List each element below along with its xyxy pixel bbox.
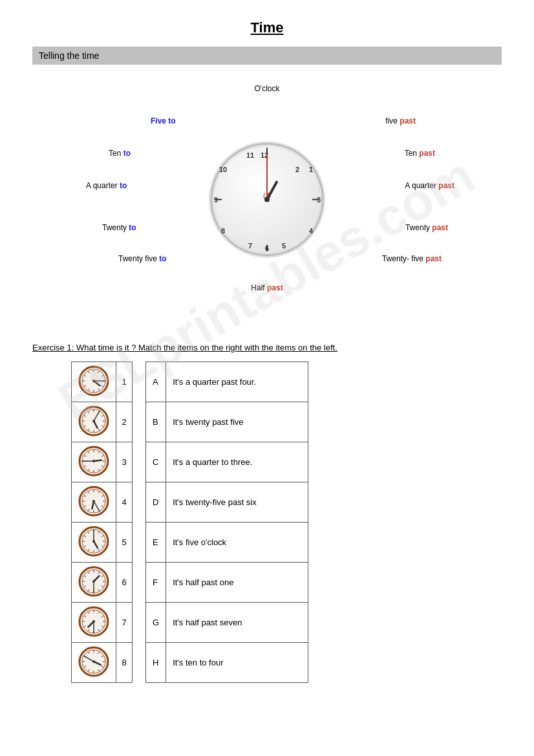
label-twenty-five-past: Twenty- five past: [382, 254, 442, 263]
label-quarter-to: A quarter to: [86, 181, 127, 190]
section-header: Telling the time: [32, 47, 502, 65]
svg-point-39: [92, 380, 95, 382]
answer-letter-G: G: [146, 603, 166, 643]
clock-cell-5: [72, 523, 116, 563]
answer-text-G: It's half past seven: [166, 603, 308, 643]
answer-letter-F: F: [146, 563, 166, 603]
main-clock-svg: 12 1 3 4 5 6 7 8 9 10 11 2 LS: [206, 138, 328, 261]
label-twenty-to: Twenty to: [102, 223, 136, 232]
answer-letter-A: A: [146, 362, 166, 402]
svg-point-124: [92, 580, 95, 583]
answer-text-B: It's twenty past five: [166, 402, 308, 442]
answer-text-H: It's ten to four: [166, 643, 308, 683]
exercise-section: Exercise 1: What time is it ? Match the …: [32, 343, 502, 683]
svg-text:9: 9: [214, 196, 218, 204]
clock-cell-8: [72, 643, 116, 683]
svg-point-73: [92, 460, 95, 462]
exercise-title: Exercise 1: What time is it ? Match the …: [32, 343, 502, 352]
answer-text-E: It's five o'clock: [166, 523, 308, 563]
svg-text:10: 10: [219, 166, 227, 173]
svg-text:5: 5: [282, 242, 286, 250]
svg-text:1: 1: [309, 166, 313, 173]
label-twenty-five-to: Twenty five to: [118, 254, 167, 263]
label-ten-past: Ten past: [405, 149, 435, 158]
right-table: AIt's a quarter past four.BIt's twenty p…: [145, 362, 308, 683]
row-number-4: 4: [116, 482, 133, 523]
svg-text:7: 7: [248, 242, 252, 250]
svg-text:2: 2: [295, 166, 299, 173]
label-five-past: five past: [385, 116, 416, 125]
svg-point-158: [92, 660, 95, 663]
answer-letter-H: H: [146, 643, 166, 683]
row-number-8: 8: [116, 643, 133, 683]
answer-text-F: It's half past one: [166, 563, 308, 603]
svg-text:11: 11: [246, 151, 254, 159]
row-number-7: 7: [116, 603, 133, 643]
svg-point-22: [264, 197, 270, 202]
row-number-6: 6: [116, 563, 133, 603]
page-title: Time: [32, 19, 502, 36]
label-oclock: O'clock: [255, 84, 280, 93]
clock-cell-3: [72, 442, 116, 482]
answer-letter-D: D: [146, 482, 166, 523]
label-quarter-past: A quarter past: [405, 181, 454, 190]
row-number-1: 1: [116, 362, 133, 402]
answer-text-A: It's a quarter past four.: [166, 362, 308, 402]
clock-cell-6: [72, 563, 116, 603]
clock-cell-7: [72, 603, 116, 643]
answer-letter-B: B: [146, 402, 166, 442]
svg-point-107: [92, 540, 95, 543]
clock-cell-2: [72, 402, 116, 442]
clock-diagram: 12 1 3 4 5 6 7 8 9 10 11 2 LS O'clock Fi…: [67, 78, 467, 323]
answer-text-C: It's a quarter to three.: [166, 442, 308, 482]
answer-letter-E: E: [146, 523, 166, 563]
svg-text:6: 6: [265, 244, 269, 252]
svg-text:4: 4: [309, 227, 314, 235]
svg-point-141: [92, 620, 95, 623]
svg-point-90: [92, 500, 95, 502]
label-half-past: Half past: [251, 283, 283, 292]
clock-cell-4: [72, 482, 116, 523]
svg-point-56: [92, 420, 95, 422]
clock-cell-1: [72, 362, 116, 402]
answer-letter-C: C: [146, 442, 166, 482]
svg-text:3: 3: [317, 196, 321, 204]
answer-text-D: It's twenty-five past six: [166, 482, 308, 523]
label-ten-to: Ten to: [109, 149, 131, 158]
row-number-2: 2: [116, 402, 133, 442]
match-container: 1 2 3 4 5 6: [71, 362, 502, 683]
svg-text:8: 8: [221, 227, 225, 235]
left-table: 1 2 3 4 5 6: [71, 362, 133, 683]
label-five-to: Five to: [151, 116, 176, 125]
label-twenty-past: Twenty past: [405, 223, 448, 232]
row-number-3: 3: [116, 442, 133, 482]
row-number-5: 5: [116, 523, 133, 563]
